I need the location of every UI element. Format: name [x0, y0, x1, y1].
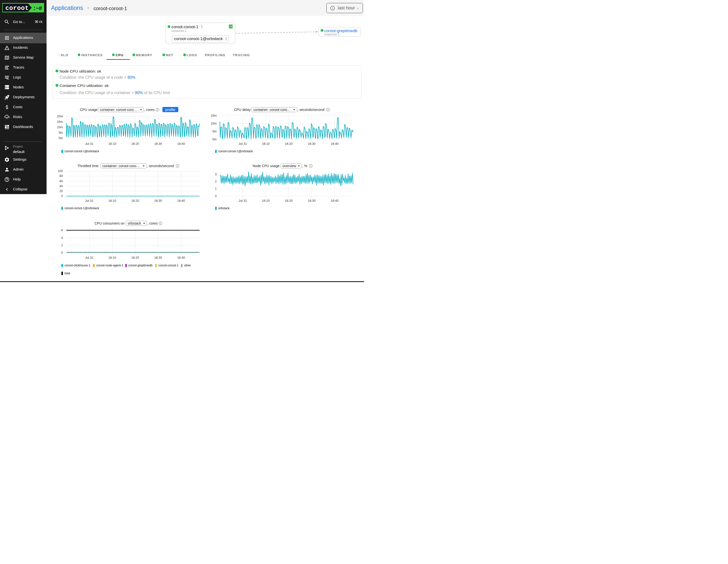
svg-text::~#: :~# [33, 5, 42, 12]
svg-text:coroot: coroot [5, 5, 28, 12]
